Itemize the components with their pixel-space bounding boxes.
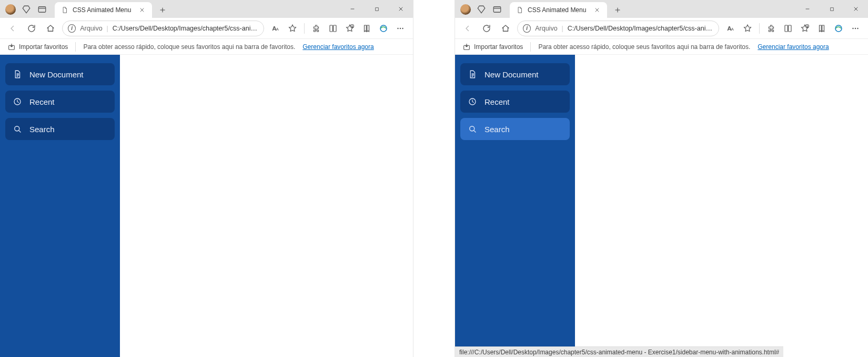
manage-favorites-link[interactable]: Gerenciar favoritos agora: [758, 43, 829, 51]
bookmarks-bar: Importar favoritos Para obter acesso ráp…: [0, 39, 413, 55]
site-info-icon[interactable]: i: [523, 24, 531, 33]
app-sidebar: New DocumentRecentSearch: [455, 55, 575, 357]
window-close-button[interactable]: [844, 0, 868, 18]
browser-window-right: CSS Animated Menu i Arquivo | C:/Users/D…: [455, 0, 868, 357]
status-text: file:///C:/Users/Dell/Desktop/Images/cha…: [459, 349, 779, 356]
edge-icon[interactable]: [376, 21, 391, 36]
collections-icon[interactable]: [359, 21, 374, 36]
tab-title: CSS Animated Menu: [73, 6, 131, 14]
clock-icon: [468, 97, 477, 106]
extensions-icon[interactable]: [764, 21, 779, 36]
address-bar[interactable]: i Arquivo | C:/Users/Dell/Desktop/Images…: [62, 21, 264, 36]
workspaces-icon[interactable]: [21, 4, 32, 15]
extensions-icon[interactable]: [309, 21, 324, 36]
menu-item-recent[interactable]: Recent: [460, 91, 570, 113]
menu-item-label: Search: [485, 125, 510, 134]
favorites-bar-icon[interactable]: [798, 21, 812, 36]
file-icon: [61, 6, 68, 14]
menu-item-label: New Document: [485, 70, 539, 79]
close-tab-icon[interactable]: [593, 6, 601, 14]
import-favorites-label: Importar favoritos: [474, 43, 523, 51]
back-button[interactable]: [5, 21, 20, 36]
reload-button[interactable]: [479, 21, 494, 36]
app-sidebar: New DocumentRecentSearch: [0, 55, 120, 357]
titlebar: CSS Animated Menu: [455, 0, 868, 18]
home-button[interactable]: [498, 21, 513, 36]
page-body: [120, 55, 413, 357]
collections-icon[interactable]: [814, 21, 829, 36]
menu-button[interactable]: [848, 21, 863, 36]
page-body: [575, 55, 868, 357]
address-path: C:/Users/Dell/Desktop/Images/chapter5/cs…: [568, 25, 713, 32]
new-tab-button[interactable]: [610, 3, 625, 17]
profile-avatar[interactable]: [5, 4, 16, 15]
menu-item-label: New Document: [29, 70, 84, 79]
favorites-hint: Para obter acesso rápido, coloque seus f…: [538, 43, 750, 51]
window-minimize-button[interactable]: [340, 0, 365, 18]
favorite-icon[interactable]: [740, 21, 755, 36]
profile-avatar[interactable]: [460, 4, 471, 15]
import-icon: [7, 43, 16, 51]
browser-toolbar: i Arquivo | C:/Users/Dell/Desktop/Images…: [0, 18, 413, 39]
edge-icon[interactable]: [831, 21, 846, 36]
menu-item-recent[interactable]: Recent: [5, 91, 115, 113]
search-icon: [468, 124, 477, 134]
address-path: C:/Users/Dell/Desktop/Images/chapter5/cs…: [113, 25, 258, 32]
status-bar: file:///C:/Users/Dell/Desktop/Images/cha…: [455, 346, 783, 357]
import-icon: [462, 43, 471, 51]
vertical-tabs-icon[interactable]: [492, 4, 502, 15]
browser-toolbar: i Arquivo | C:/Users/Dell/Desktop/Images…: [455, 18, 868, 39]
window-close-button[interactable]: [389, 0, 413, 18]
doc-icon: [13, 70, 22, 79]
menu-button[interactable]: [393, 21, 408, 36]
home-button[interactable]: [43, 21, 58, 36]
address-scheme: Arquivo: [535, 25, 557, 32]
back-button[interactable]: [460, 21, 475, 36]
tab-title: CSS Animated Menu: [528, 6, 586, 14]
favorites-bar-icon[interactable]: [342, 21, 357, 36]
menu-item-label: Search: [29, 125, 55, 134]
titlebar: CSS Animated Menu: [0, 0, 413, 18]
import-favorites-button[interactable]: Importar favoritos: [462, 43, 523, 51]
close-tab-icon[interactable]: [138, 6, 146, 14]
bookmarks-bar: Importar favoritos Para obter acesso ráp…: [455, 39, 868, 55]
import-favorites-button[interactable]: Importar favoritos: [7, 43, 68, 51]
manage-favorites-link[interactable]: Gerenciar favoritos agora: [302, 43, 374, 51]
favorites-hint: Para obter acesso rápido, coloque seus f…: [83, 43, 295, 51]
new-tab-button[interactable]: [155, 3, 170, 17]
window-maximize-button[interactable]: [365, 0, 389, 18]
address-bar[interactable]: i Arquivo | C:/Users/Dell/Desktop/Images…: [517, 21, 719, 36]
window-maximize-button[interactable]: [820, 0, 844, 18]
page-content: New DocumentRecentSearch file:///C:/User…: [455, 55, 868, 357]
menu-item-new-document[interactable]: New Document: [5, 63, 115, 85]
menu-item-label: Recent: [485, 97, 510, 106]
window-divider: [413, 0, 455, 357]
reading-list-icon[interactable]: [326, 21, 340, 36]
search-icon: [13, 124, 22, 134]
browser-tab[interactable]: CSS Animated Menu: [55, 2, 152, 18]
menu-item-search[interactable]: Search: [5, 118, 115, 140]
browser-window-left: CSS Animated Menu i Arquivo | C:/Users/D…: [0, 0, 413, 357]
browser-tab[interactable]: CSS Animated Menu: [510, 2, 607, 18]
reader-mode-icon[interactable]: [268, 21, 283, 36]
clock-icon: [13, 97, 22, 106]
file-icon: [516, 6, 523, 14]
doc-icon: [468, 70, 477, 79]
reload-button[interactable]: [24, 21, 39, 36]
menu-item-search[interactable]: Search: [460, 118, 570, 140]
menu-item-label: Recent: [29, 97, 55, 106]
site-info-icon[interactable]: i: [68, 24, 76, 33]
reader-mode-icon[interactable]: [723, 21, 738, 36]
workspaces-icon[interactable]: [476, 4, 487, 15]
vertical-tabs-icon[interactable]: [37, 4, 47, 15]
address-scheme: Arquivo: [80, 25, 102, 32]
import-favorites-label: Importar favoritos: [19, 43, 68, 51]
menu-item-new-document[interactable]: New Document: [460, 63, 570, 85]
window-minimize-button[interactable]: [795, 0, 820, 18]
reading-list-icon[interactable]: [781, 21, 795, 36]
favorite-icon[interactable]: [285, 21, 300, 36]
page-content: New DocumentRecentSearch: [0, 55, 413, 357]
